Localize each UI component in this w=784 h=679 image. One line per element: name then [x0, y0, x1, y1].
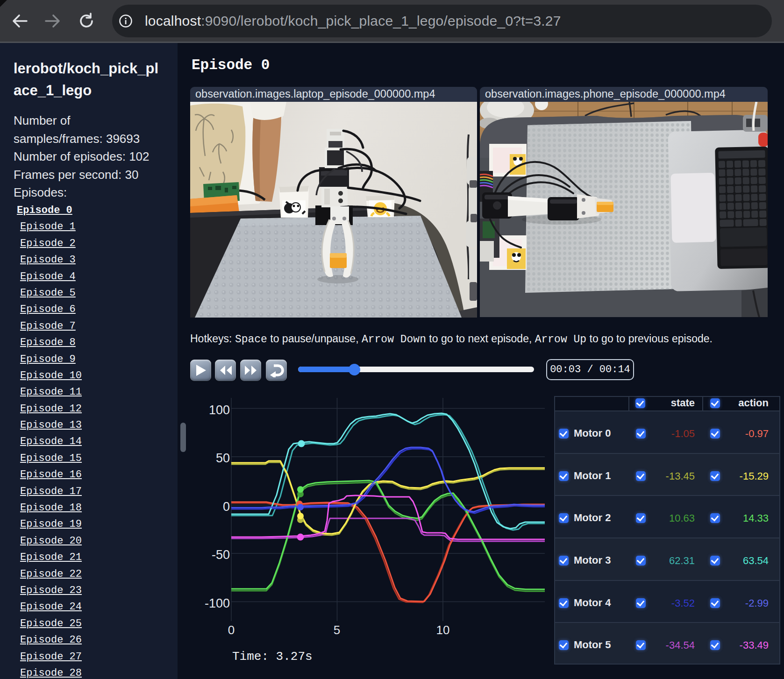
- svg-text:50: 50: [216, 451, 230, 465]
- svg-text:0: 0: [223, 500, 230, 514]
- svg-text:Time: 3.27s: Time: 3.27s: [232, 650, 313, 664]
- svg-text:5: 5: [334, 623, 340, 637]
- svg-text:-100: -100: [205, 596, 230, 610]
- svg-text:-50: -50: [212, 548, 230, 562]
- svg-text:10: 10: [436, 623, 450, 637]
- svg-text:0: 0: [228, 623, 235, 637]
- svg-text:100: 100: [209, 403, 230, 417]
